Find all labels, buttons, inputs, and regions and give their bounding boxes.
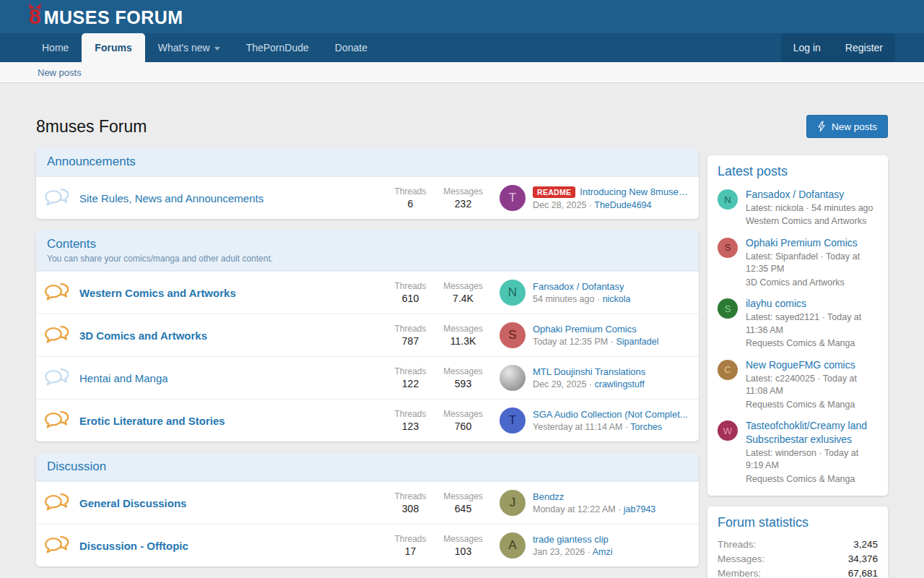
separator: ·: [589, 200, 592, 210]
latest-thread-link[interactable]: SGA Audio Collection (Not Complet...: [533, 409, 688, 420]
forum-link[interactable]: Site Rules, News and Announcements: [75, 192, 384, 204]
latest-post-item: S Ophaki Premium Comics Latest: Sipanfad…: [718, 236, 878, 289]
latest-thread-link[interactable]: trade giantess clip: [533, 534, 609, 545]
forum-stats: Threads 17 Messages 103: [384, 534, 489, 557]
latest-date: Dec 28, 2025: [533, 200, 586, 210]
latest-post-cell: A trade giantess clip Jan 23, 2026 · Amz…: [489, 532, 690, 558]
latest-meta: Dec 28, 2025 · TheDude4694: [533, 200, 690, 210]
latest-user-link[interactable]: nickola: [603, 294, 631, 304]
section-header: Discussion: [36, 453, 699, 481]
register-button[interactable]: Register: [833, 33, 895, 62]
stat-value: 3,245: [853, 539, 878, 550]
new-posts-button-label: New posts: [832, 121, 877, 132]
latest-thread-link[interactable]: Bendzz: [533, 491, 564, 502]
nav-item-donate[interactable]: Donate: [322, 33, 380, 62]
forum-row-discussion-offtopic: Discussion - Offtopic Threads 17 Message…: [36, 524, 699, 566]
messages-label: Messages: [437, 491, 489, 501]
nav-item-home[interactable]: Home: [29, 33, 82, 62]
thread-meta: Latest: nickola · 54 minutes ago: [746, 202, 873, 215]
nav-item-label: What's new: [158, 42, 210, 53]
nav-item-theporndude[interactable]: ThePornDude: [233, 33, 322, 62]
forum-stats: Threads 610 Messages 7.4K: [384, 281, 489, 304]
stat-label: Members:: [718, 568, 761, 578]
avatar[interactable]: W: [718, 420, 738, 441]
avatar[interactable]: N: [718, 189, 738, 210]
messages-value: 7.4K: [437, 293, 489, 304]
forum-link[interactable]: Erotic Literature and Stories: [75, 415, 384, 427]
readme-badge: README: [533, 186, 575, 198]
forum-link[interactable]: 3D Comics and Artworks: [75, 329, 384, 342]
thread-meta: Latest: Sipanfadel · Today at 12:35 PM: [746, 251, 878, 276]
avatar[interactable]: S: [718, 298, 738, 319]
latest-user-link[interactable]: Sipanfadel: [616, 337, 658, 347]
forum-statistics-widget: Forum statistics Threads: 3,245 Messages…: [707, 506, 888, 578]
forum-row-site-rules: Site Rules, News and Announcements Threa…: [36, 176, 699, 219]
messages-label: Messages: [437, 366, 489, 376]
thread-link[interactable]: ilayhu comics: [746, 297, 878, 311]
subnav-new-posts-link[interactable]: New posts: [38, 67, 82, 78]
latest-user-link[interactable]: Torches: [630, 422, 662, 432]
latest-date: Today at 12:35 PM: [533, 337, 608, 347]
comments-icon: [45, 492, 75, 514]
messages-value: 593: [437, 378, 489, 389]
forum-row-general-discussions: General Discussions Threads 308 Messages…: [36, 481, 699, 524]
avatar[interactable]: T: [500, 407, 526, 434]
messages-label: Messages: [437, 534, 489, 544]
nav-item-forums[interactable]: Forums: [82, 33, 144, 62]
forum-link[interactable]: Hentai and Manga: [75, 372, 384, 384]
avatar[interactable]: T: [500, 185, 526, 211]
sidebar: Latest posts N Fansadox / Dofantasy Late…: [707, 155, 888, 578]
latest-user-link[interactable]: jab7943: [624, 504, 656, 514]
latest-user-link[interactable]: crawlingstuff: [595, 379, 645, 389]
separator: ·: [611, 337, 614, 347]
latest-date: 54 minutes ago: [533, 294, 594, 304]
separator: ·: [618, 504, 621, 514]
latest-user-link[interactable]: Amzi: [593, 547, 613, 557]
threads-value: 610: [384, 293, 437, 304]
thread-link[interactable]: Tasteofchoklit/Creamy land Subscribestar…: [746, 419, 878, 447]
forum-row-western-comics: Western Comics and Artworks Threads 610 …: [36, 271, 699, 314]
auth-buttons: Log in Register: [781, 33, 895, 62]
threads-value: 787: [384, 335, 437, 347]
site-logo[interactable]: 8 MUSES FORUM: [29, 6, 183, 27]
new-posts-button[interactable]: New posts: [806, 115, 888, 138]
avatar[interactable]: S: [500, 322, 526, 348]
thread-link[interactable]: Fansadox / Dofantasy: [746, 188, 873, 202]
avatar[interactable]: N: [500, 280, 526, 306]
chevron-down-icon: [214, 47, 220, 51]
forum-link[interactable]: Discussion - Offtopic: [75, 540, 384, 552]
forum-link[interactable]: Western Comics and Artworks: [75, 287, 384, 299]
latest-post-cell: N Fansadox / Dofantasy 54 minutes ago · …: [489, 280, 690, 306]
lightning-bolt-icon: [817, 121, 826, 132]
forum-link[interactable]: General Discussions: [75, 497, 384, 509]
threads-label: Threads: [384, 281, 437, 291]
forum-row-erotic-literature: Erotic Literature and Stories Threads 12…: [36, 399, 699, 441]
login-button[interactable]: Log in: [781, 33, 833, 62]
forum-list-column: Announcements Site Rules, News and Annou…: [36, 148, 699, 578]
comments-icon: [45, 187, 75, 209]
thread-link[interactable]: New RogueFMG comics: [746, 358, 878, 372]
forum-stats: Threads 308 Messages 645: [384, 491, 489, 514]
comments-icon: [45, 535, 75, 556]
separator: ·: [589, 379, 592, 389]
threads-label: Threads: [384, 409, 437, 419]
latest-date: Dec 29, 2025: [533, 379, 586, 389]
thread-forum: Requests Comics & Manga: [746, 337, 878, 350]
avatar[interactable]: J: [500, 490, 526, 516]
comments-icon: [45, 367, 75, 389]
latest-thread-link[interactable]: MTL Doujinshi Translations: [533, 366, 645, 377]
forum-stats: Threads 787 Messages 11.3K: [384, 324, 489, 347]
avatar[interactable]: C: [718, 360, 738, 380]
avatar[interactable]: S: [718, 238, 738, 258]
latest-thread-link[interactable]: Introducing New 8muses ...: [580, 186, 690, 197]
latest-thread-link[interactable]: Fansadox / Dofantasy: [533, 281, 624, 292]
avatar-photo[interactable]: [500, 365, 526, 391]
latest-thread-link[interactable]: Ophaki Premium Comics: [533, 324, 637, 335]
nav-item-whats-new[interactable]: What's new: [145, 33, 233, 62]
thread-link[interactable]: Ophaki Premium Comics: [746, 236, 878, 250]
avatar[interactable]: A: [500, 532, 526, 558]
stat-value: 34,376: [848, 553, 878, 564]
messages-label: Messages: [437, 186, 489, 197]
threads-value: 123: [384, 420, 437, 432]
latest-user-link[interactable]: TheDude4694: [594, 200, 651, 210]
